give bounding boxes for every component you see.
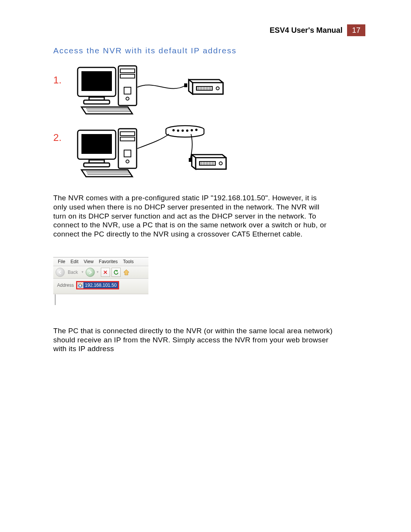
svg-rect-1 [81, 71, 112, 91]
svg-rect-3 [84, 100, 110, 104]
browser-screenshot: File Edit View Favorites Tools Back ▼ ▼ … [53, 257, 148, 305]
address-label: Address [57, 283, 74, 288]
svg-point-56 [219, 162, 222, 165]
svg-rect-28 [84, 163, 110, 167]
nvr-device-icon [189, 80, 223, 94]
hub-switch-icon [166, 126, 204, 137]
section-heading: Access the NVR with its default IP addre… [53, 46, 365, 55]
pc-monitor-icon [78, 67, 116, 104]
diagram-number-1: 1. [53, 74, 64, 86]
browser-address-bar: Address 192.168.101.50 [53, 279, 148, 294]
keyboard-icon [81, 170, 132, 177]
svg-rect-31 [120, 137, 135, 141]
menu-favorites[interactable]: Favorites [99, 259, 118, 264]
paragraph-2: The PC that is connected directly to the… [53, 326, 335, 353]
svg-rect-7 [124, 87, 131, 94]
paragraph-1: The NVR comes with a pre-configured stat… [53, 193, 327, 239]
svg-rect-12 [184, 83, 187, 87]
dropdown-arrow-icon[interactable]: ▼ [81, 270, 84, 274]
menu-view[interactable]: View [84, 259, 94, 264]
browser-content-edge [55, 294, 148, 305]
refresh-button-icon[interactable] [112, 268, 121, 277]
svg-point-33 [126, 160, 129, 163]
browser-toolbar: Back ▼ ▼ ✕ [53, 266, 148, 279]
diagram-row-2: 2. [53, 122, 365, 183]
diagram-row-1: 1. [53, 64, 365, 120]
diagram-hub-connection [71, 122, 227, 183]
diagram-number-2: 2. [53, 132, 64, 144]
back-button-icon[interactable] [56, 268, 65, 277]
pc-tower-icon [118, 66, 137, 105]
pc-monitor-icon [78, 130, 116, 167]
svg-point-42 [191, 129, 193, 131]
svg-point-24 [216, 87, 219, 90]
keyboard-icon [81, 107, 132, 114]
svg-rect-30 [120, 132, 135, 136]
svg-point-8 [126, 97, 129, 100]
address-highlight-box: 192.168.101.50 [76, 281, 119, 289]
manual-title: ESV4 User's Manual [269, 26, 342, 35]
svg-point-43 [195, 129, 198, 131]
back-button-label[interactable]: Back [66, 269, 80, 276]
address-input[interactable]: 192.168.101.50 [83, 282, 118, 288]
document-page: ESV4 User's Manual 17 Access the NVR wit… [0, 0, 411, 532]
svg-point-41 [186, 129, 188, 132]
cable-icon [137, 85, 186, 88]
page-header: ESV4 User's Manual 17 [53, 24, 365, 36]
svg-point-40 [182, 129, 184, 132]
home-button-icon[interactable] [122, 268, 131, 276]
menu-edit[interactable]: Edit [70, 259, 78, 264]
svg-rect-26 [81, 134, 112, 154]
dropdown-arrow-icon[interactable]: ▼ [96, 270, 99, 274]
stop-button-icon[interactable]: ✕ [101, 268, 110, 277]
cable-icon [137, 134, 169, 149]
svg-point-38 [172, 129, 175, 131]
ie-page-icon [77, 282, 83, 288]
nvr-device-icon [192, 155, 226, 169]
pc-tower-icon [118, 129, 137, 168]
svg-rect-5 [120, 69, 135, 73]
svg-rect-32 [124, 150, 131, 157]
svg-rect-6 [120, 74, 135, 78]
menu-tools[interactable]: Tools [123, 259, 134, 264]
forward-button-icon[interactable] [86, 268, 95, 277]
svg-point-39 [177, 129, 179, 132]
browser-menu-bar: File Edit View Favorites Tools [53, 257, 148, 266]
menu-file[interactable]: File [58, 259, 65, 264]
diagram-direct-connection [71, 64, 227, 120]
page-number: 17 [347, 24, 365, 36]
